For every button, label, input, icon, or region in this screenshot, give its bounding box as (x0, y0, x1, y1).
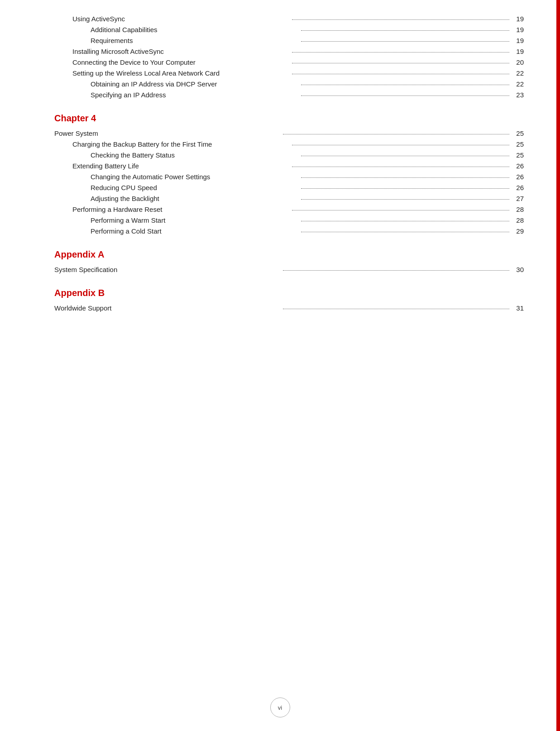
toc-container: Using ActiveSync19Additional Capabilitie… (54, 14, 524, 314)
entry-page: 25 (511, 128, 524, 139)
entry-text: Changing the Automatic Power Settings (54, 172, 299, 182)
entry-page: 28 (511, 204, 524, 215)
toc-entry: Performing a Hardware Reset28 (54, 204, 524, 215)
toc-entry: Changing the Automatic Power Settings26 (54, 172, 524, 182)
entry-dots (292, 19, 510, 20)
entry-dots (292, 210, 510, 210)
toc-entry: Extending Battery Life26 (54, 161, 524, 172)
entry-dots (301, 85, 510, 85)
toc-entry: Power System25 (54, 128, 524, 139)
entry-dots (301, 199, 510, 200)
entry-dots (301, 156, 510, 156)
entry-text: Setting up the Wireless Local Area Netwo… (54, 68, 290, 79)
entry-dots (301, 96, 510, 96)
entry-text: Specifying an IP Address (54, 90, 299, 100)
entry-dots (292, 52, 510, 53)
entry-page: 23 (511, 90, 524, 100)
entry-text: Additional Capabilities (54, 24, 299, 35)
toc-entry: System Specification30 (54, 264, 524, 275)
toc-entry: Installing Microsoft ActiveSync19 (54, 46, 524, 57)
entry-page: 22 (511, 68, 524, 79)
appendix-heading: Appendix A (54, 249, 524, 260)
entry-text: Installing Microsoft ActiveSync (54, 46, 290, 57)
entry-text: Extending Battery Life (54, 161, 290, 172)
toc-entry: Specifying an IP Address23 (54, 90, 524, 100)
appendix-heading: Appendix B (54, 288, 524, 298)
entry-dots (301, 221, 510, 221)
entry-page: 22 (511, 79, 524, 90)
chapter-heading: Chapter 4 (54, 113, 524, 124)
toc-entry: Requirements19 (54, 35, 524, 46)
entry-dots (292, 145, 510, 145)
page-footer: vi (270, 698, 290, 717)
entry-text: Adjusting the Backlight (54, 193, 299, 204)
entry-dots (292, 74, 510, 74)
entry-page: 31 (511, 303, 524, 314)
entry-text: Worldwide Support (54, 303, 281, 314)
entry-page: 25 (511, 150, 524, 161)
entry-page: 19 (511, 46, 524, 57)
entry-page: 29 (511, 226, 524, 237)
entry-text: Obtaining an IP Address via DHCP Server (54, 79, 299, 90)
entry-text: Performing a Hardware Reset (54, 204, 290, 215)
entry-dots (301, 41, 510, 42)
entry-page: 19 (511, 35, 524, 46)
entry-text: Charging the Backup Battery for the Firs… (54, 139, 290, 150)
toc-entry: Setting up the Wireless Local Area Netwo… (54, 68, 524, 79)
entry-dots (292, 63, 510, 63)
entry-page: 26 (511, 172, 524, 182)
entry-dots (301, 188, 510, 189)
entry-dots (301, 232, 510, 232)
entry-dots (283, 270, 510, 271)
toc-entry: Checking the Battery Status25 (54, 150, 524, 161)
entry-dots (301, 177, 510, 178)
toc-entry: Additional Capabilities19 (54, 24, 524, 35)
entry-text: Reducing CPU Speed (54, 182, 299, 193)
entry-page: 27 (511, 193, 524, 204)
entry-text: Requirements (54, 35, 299, 46)
toc-entry: Reducing CPU Speed26 (54, 182, 524, 193)
entry-dots (292, 167, 510, 167)
entry-text: Performing a Warm Start (54, 215, 299, 226)
toc-entry: Charging the Backup Battery for the Firs… (54, 139, 524, 150)
red-bar (556, 0, 560, 731)
entry-page: 26 (511, 161, 524, 172)
toc-entry: Obtaining an IP Address via DHCP Server2… (54, 79, 524, 90)
toc-entry: Connecting the Device to Your Computer20 (54, 57, 524, 68)
entry-text: Performing a Cold Start (54, 226, 299, 237)
entry-text: Checking the Battery Status (54, 150, 299, 161)
toc-entry: Performing a Warm Start28 (54, 215, 524, 226)
entry-dots (283, 309, 510, 309)
toc-entry: Performing a Cold Start29 (54, 226, 524, 237)
entry-page: 20 (511, 57, 524, 68)
entry-text: System Specification (54, 264, 281, 275)
entry-dots (301, 30, 510, 31)
toc-entry: Adjusting the Backlight27 (54, 193, 524, 204)
entry-page: 25 (511, 139, 524, 150)
entry-text: Using ActiveSync (54, 14, 290, 24)
entry-page: 26 (511, 182, 524, 193)
entry-page: 30 (511, 264, 524, 275)
toc-entry: Worldwide Support31 (54, 303, 524, 314)
entry-page: 19 (511, 14, 524, 24)
entry-page: 19 (511, 24, 524, 35)
entry-text: Connecting the Device to Your Computer (54, 57, 290, 68)
page-number: vi (270, 698, 290, 717)
entry-dots (283, 134, 510, 134)
toc-entry: Using ActiveSync19 (54, 14, 524, 24)
entry-text: Power System (54, 128, 281, 139)
entry-page: 28 (511, 215, 524, 226)
